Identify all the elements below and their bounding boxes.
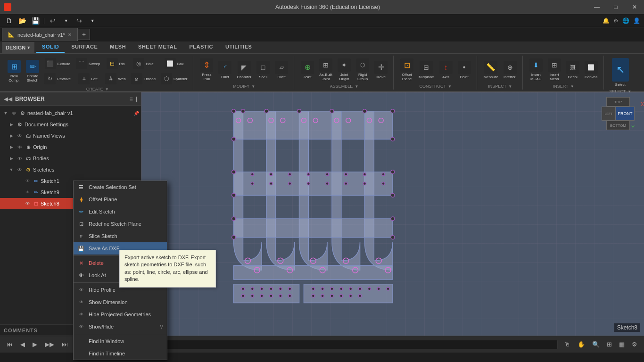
ctx-edit-sketch[interactable]: ✏ Edit Sketch <box>74 206 167 218</box>
tab-mesh[interactable]: MESH <box>104 41 132 53</box>
assemble-group-label[interactable]: ASSEMBLE ▼ <box>299 83 389 89</box>
ctx-slice-sketch[interactable]: ⌗ Slice Sketch <box>74 230 167 242</box>
shell-button[interactable]: □ Shell <box>255 59 272 81</box>
step-forward-button[interactable]: ▶▶ <box>42 338 57 351</box>
tree-item-origin[interactable]: 👁 ⊕ Origin <box>0 141 141 153</box>
measure-button[interactable]: 📏 Measure <box>482 59 500 81</box>
ctx-offset-plane[interactable]: ⧫ Offset Plane <box>74 193 167 206</box>
joint-origin-button[interactable]: ✦ JointOrigin <box>336 57 353 82</box>
profile-icon[interactable]: 👤 <box>633 17 640 24</box>
ctx-find-in-window[interactable]: Find in Window <box>74 335 167 347</box>
viewport[interactable]: TOP LEFT FRONT BOTTOM X Y Sketch8 <box>141 92 644 336</box>
ctx-find-in-timeline[interactable]: Find in Timeline <box>74 347 167 360</box>
redo-dropdown[interactable]: ▼ <box>87 16 98 26</box>
nav-bottom-face[interactable]: BOTTOM <box>606 121 630 130</box>
ctx-create-selection-set[interactable]: ☰ Create Selection Set <box>74 181 167 193</box>
tree-eye-sketch9[interactable]: 👁 <box>24 189 31 196</box>
tab-plastic[interactable]: PLASTIC <box>183 41 219 53</box>
play-button[interactable]: ▶ <box>30 338 40 351</box>
redo-button[interactable]: ↪ <box>74 16 84 26</box>
tree-eye-sketch8[interactable]: 👁 <box>24 200 31 207</box>
browser-expand-button[interactable]: | <box>136 96 137 102</box>
tree-pin-root[interactable]: 📌 <box>133 111 139 116</box>
insert-mesh-button[interactable]: ⊞ InsertMesh <box>546 57 563 82</box>
decal-button[interactable]: 🖼 Decal <box>564 59 581 81</box>
play-end-button[interactable]: ⏭ <box>59 338 71 351</box>
tree-item-doc-settings[interactable]: ⚙ Document Settings <box>0 119 141 130</box>
tree-eye-origin[interactable]: 👁 <box>16 143 24 151</box>
nav-front-face[interactable]: FRONT <box>616 107 635 121</box>
ctx-show-dimension[interactable]: 👁 Show Dimension <box>74 296 167 308</box>
rigid-group-button[interactable]: ⬡ RigidGroup <box>354 57 371 82</box>
tree-arrow-named-views[interactable] <box>8 132 15 140</box>
loft-button[interactable]: ⌗ Loft <box>74 72 102 86</box>
new-component-button[interactable]: ⊞ NewComp. <box>6 58 23 84</box>
as-built-joint-button[interactable]: ⊞ As-BuiltJoint <box>317 57 334 82</box>
tree-arrow-origin[interactable] <box>8 143 15 151</box>
construct-group-label[interactable]: CONSTRUCT ▼ <box>398 83 472 89</box>
web-button[interactable]: # Web <box>103 72 127 86</box>
modify-group-label[interactable]: MODIFY ▼ <box>198 83 290 89</box>
midplane-button[interactable]: ⊟ Midplane <box>417 59 436 81</box>
tree-item-sketches[interactable]: 👁 ⚙ Sketches <box>0 164 141 175</box>
maximize-button[interactable]: □ <box>606 0 625 14</box>
grid-button[interactable]: ⊞ <box>604 338 615 351</box>
ctx-hide-projected-geometries[interactable]: 👁 Hide Projected Geometries <box>74 308 167 321</box>
ctx-show-hide[interactable]: 👁 Show/Hide V <box>74 321 167 333</box>
tab-solid[interactable]: SOLID <box>36 41 65 53</box>
nav-top-face[interactable]: TOP <box>606 97 630 107</box>
draft-button[interactable]: ▱ Draft <box>273 59 290 81</box>
zoom-button[interactable]: 🔍 <box>589 338 603 351</box>
doc-tab-close[interactable]: ✕ <box>68 32 72 37</box>
chamfer-button[interactable]: ◤ Chamfer <box>235 59 253 81</box>
revolve-button[interactable]: ↻ Revolve <box>42 72 73 86</box>
create-group-label[interactable]: CREATE ▼ <box>6 86 189 91</box>
new-tab-button[interactable]: + <box>78 29 90 40</box>
tree-item-bodies[interactable]: 👁 🗂 Bodies <box>0 153 141 164</box>
box-button[interactable]: ⬜ Box <box>159 57 189 71</box>
joint-button[interactable]: ⊕ Joint <box>299 59 316 81</box>
design-mode-dropdown[interactable]: DESIGN ▼ <box>2 42 34 53</box>
inspect-group-label[interactable]: INSPECT ▼ <box>482 83 519 89</box>
settings-button[interactable]: ⚙ <box>629 338 640 351</box>
tree-eye-named-views[interactable]: 👁 <box>16 132 24 140</box>
browser-menu-button[interactable]: ≡ <box>130 96 133 102</box>
ctx-redefine-sketch-plane[interactable]: ⊡ Redefine Sketch Plane <box>74 218 167 230</box>
move-button[interactable]: ✛ Move <box>372 59 389 81</box>
tab-utilities[interactable]: UTILITIES <box>220 41 257 53</box>
axis-button[interactable]: ↕ Axis <box>438 59 454 81</box>
display-mode-button[interactable]: ▦ <box>616 338 627 351</box>
create-sketch-button[interactable]: ✏ CreateSketch <box>24 58 41 84</box>
offset-plane-button[interactable]: ⊡ OffsetPlane <box>398 57 415 82</box>
step-back-button[interactable]: ◀ <box>17 338 28 351</box>
tree-eye-root[interactable]: 👁 <box>10 109 18 117</box>
tree-item-root[interactable]: 👁 ⚙ nested-fab_chair v1 📌 <box>0 107 141 119</box>
new-file-button[interactable]: 🗋 <box>4 16 14 26</box>
tree-item-named-views[interactable]: 👁 🗂 Named Views <box>0 130 141 141</box>
extrude-button[interactable]: ⬛ Extrude <box>42 57 73 71</box>
insert-mcad-button[interactable]: ⬇ InsertMCAD <box>528 57 545 82</box>
tree-arrow-root[interactable] <box>2 109 9 117</box>
press-pull-button[interactable]: ⇕ PressPull <box>198 57 215 82</box>
insert-group-label[interactable]: INSERT ▼ <box>528 83 600 89</box>
undo-dropdown[interactable]: ▼ <box>61 16 71 26</box>
tab-surface[interactable]: SURFACE <box>66 41 103 53</box>
nav-left-face[interactable]: LEFT <box>602 107 616 121</box>
fillet-button[interactable]: ◜ Fillet <box>216 59 233 81</box>
open-file-button[interactable]: 📂 <box>17 16 27 26</box>
notification-icon[interactable]: ⚙ <box>613 17 619 24</box>
doc-tab[interactable]: 📐 nested-fab_chair v1* ✕ <box>2 28 78 41</box>
viewport-mode-button[interactable]: 🖱 <box>561 338 573 351</box>
browser-collapse-button[interactable]: ◀◀ <box>4 96 12 102</box>
thread-button[interactable]: ⌀ Thread <box>129 72 157 86</box>
tree-eye-sketch1[interactable]: 👁 <box>24 177 31 185</box>
help-icon[interactable]: 🔔 <box>603 17 610 24</box>
rib-button[interactable]: ⊟ Rib <box>103 57 127 71</box>
select-button[interactable]: ↖ Select <box>609 57 632 88</box>
sweep-button[interactable]: ⌒ Sweep <box>74 57 102 71</box>
tree-arrow-doc-settings[interactable] <box>8 121 15 128</box>
tree-eye-sketches[interactable]: 👁 <box>16 166 24 173</box>
minimize-button[interactable]: — <box>587 0 606 14</box>
undo-button[interactable]: ↩ <box>48 16 58 26</box>
play-start-button[interactable]: ⏮ <box>4 338 16 351</box>
